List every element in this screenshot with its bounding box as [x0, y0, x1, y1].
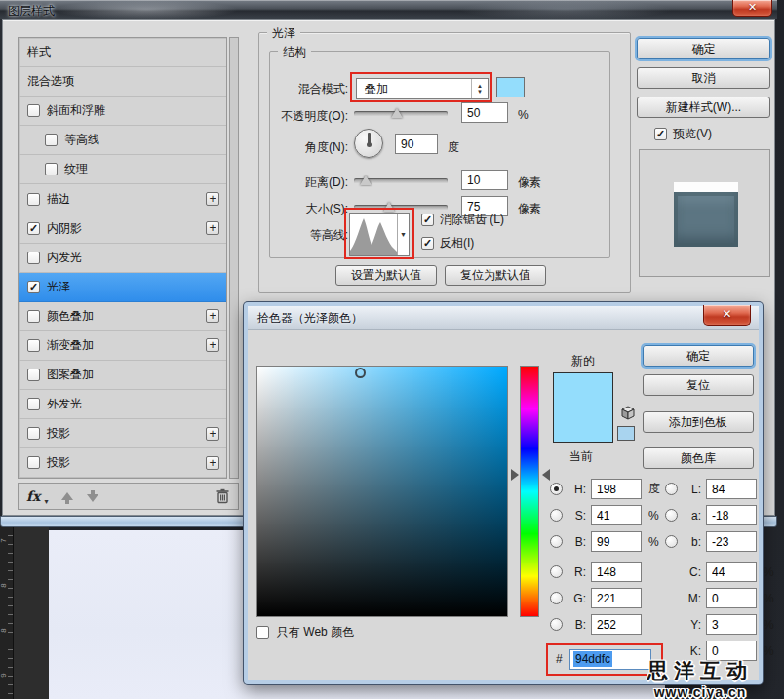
antialias-option[interactable]: ✓ 消除锯齿 (L)	[421, 212, 504, 228]
add-effect-plus-icon[interactable]: +	[206, 338, 219, 352]
angle-input[interactable]	[395, 134, 438, 154]
web-safe-cube-icon[interactable]	[620, 406, 636, 421]
move-effect-down-icon[interactable]	[87, 494, 98, 502]
add-to-swatches-button[interactable]: 添加到色板	[643, 411, 754, 433]
opacity-input[interactable]	[461, 102, 508, 123]
sidebar-item-5[interactable]: 描边+	[19, 184, 226, 214]
distance-slider[interactable]	[354, 178, 448, 183]
opacity-slider-thumb[interactable]	[391, 108, 403, 118]
field-input-b[interactable]	[591, 531, 642, 552]
effect-checkbox[interactable]	[27, 193, 40, 206]
field-input-b[interactable]	[706, 531, 757, 552]
satin-color-swatch[interactable]	[496, 77, 525, 97]
sidebar-item-7[interactable]: 内发光	[19, 244, 226, 273]
field-radio-l[interactable]	[665, 483, 678, 495]
delete-effect-icon[interactable]	[216, 488, 230, 504]
color-libraries-button[interactable]: 颜色库	[643, 447, 754, 469]
fx-icon[interactable]: fx	[26, 488, 40, 504]
field-radio-a[interactable]	[665, 509, 678, 522]
field-radio-b[interactable]	[550, 535, 563, 548]
sidebar-item-4[interactable]: 纹理	[19, 155, 226, 184]
invert-option[interactable]: ✓ 反相(I)	[421, 235, 474, 252]
effect-checkbox[interactable]	[27, 339, 40, 352]
preview-option[interactable]: ✓ 预览(V)	[654, 126, 712, 142]
hue-slider-arrow-left-icon[interactable]	[511, 469, 519, 481]
ok-button[interactable]: 确定	[637, 38, 770, 59]
effect-checkbox[interactable]	[27, 456, 40, 469]
saturation-brightness-field[interactable]	[256, 366, 508, 617]
chevron-down-icon[interactable]: ▼	[397, 214, 409, 255]
color-picker-titlebar[interactable]: 拾色器（光泽颜色）	[248, 306, 759, 330]
preview-checkbox[interactable]: ✓	[654, 128, 667, 140]
effect-checkbox[interactable]	[27, 369, 40, 381]
add-effect-plus-icon[interactable]: +	[206, 427, 219, 441]
angle-dial[interactable]	[354, 129, 383, 158]
field-input-a[interactable]	[706, 505, 757, 525]
hue-slider-arrow-right-icon[interactable]	[542, 469, 550, 481]
sidebar-item-0[interactable]: 样式	[19, 38, 226, 67]
close-icon[interactable]: ✕	[732, 0, 772, 17]
sidebar-item-9[interactable]: 颜色叠加+	[19, 302, 226, 331]
sidebar-item-1[interactable]: 混合选项	[19, 67, 226, 97]
layer-style-titlebar[interactable]: 图层样式	[0, 0, 777, 19]
effect-checkbox[interactable]	[27, 398, 40, 410]
field-radio-b[interactable]	[550, 618, 563, 631]
sidebar-scrollbar[interactable]	[229, 37, 239, 479]
hue-slider[interactable]	[520, 366, 539, 617]
field-radio-r[interactable]	[550, 565, 563, 578]
reset-default-button[interactable]: 复位为默认值	[445, 265, 546, 286]
effect-checkbox[interactable]	[27, 427, 40, 440]
field-input-m[interactable]	[706, 588, 757, 608]
distance-slider-thumb[interactable]	[360, 175, 372, 185]
add-effect-plus-icon[interactable]: +	[206, 192, 219, 206]
field-input-c[interactable]	[706, 562, 757, 582]
hex-input[interactable]: 94ddfc	[569, 649, 651, 670]
field-radio-h[interactable]	[550, 483, 563, 495]
effect-checkbox[interactable]	[45, 163, 58, 175]
cancel-button[interactable]: 取消	[637, 67, 770, 89]
new-style-button[interactable]: 新建样式(W)...	[637, 97, 770, 118]
web-colors-checkbox[interactable]	[256, 626, 269, 639]
field-radio-g[interactable]	[550, 592, 563, 604]
add-effect-plus-icon[interactable]: +	[206, 221, 219, 235]
field-input-l[interactable]	[706, 479, 757, 499]
web-safe-color-swatch[interactable]	[617, 426, 635, 441]
add-effect-plus-icon[interactable]: +	[206, 456, 219, 470]
opacity-slider[interactable]	[354, 111, 448, 116]
field-input-y[interactable]	[706, 614, 757, 635]
field-input-h[interactable]	[591, 479, 642, 499]
sidebar-item-12[interactable]: 外发光	[19, 390, 226, 419]
effect-checkbox[interactable]	[45, 134, 58, 146]
picker-ok-button[interactable]: 确定	[643, 345, 754, 367]
effect-checkbox[interactable]	[27, 104, 40, 117]
close-icon[interactable]: ✕	[703, 305, 751, 326]
sidebar-item-8[interactable]: ✓光泽	[19, 273, 226, 302]
effect-checkbox[interactable]: ✓	[27, 281, 40, 293]
effect-checkbox[interactable]	[27, 310, 40, 323]
sidebar-item-11[interactable]: 图案叠加	[19, 361, 226, 390]
field-radio-b[interactable]	[665, 535, 678, 548]
field-input-r[interactable]	[591, 562, 642, 582]
field-input-s[interactable]	[591, 505, 642, 525]
sidebar-item-6[interactable]: ✓内阴影+	[19, 214, 226, 244]
sidebar-item-10[interactable]: 渐变叠加+	[19, 331, 226, 361]
distance-input[interactable]	[461, 170, 508, 190]
invert-checkbox[interactable]: ✓	[421, 237, 434, 250]
field-radio-s[interactable]	[550, 509, 563, 522]
add-effect-plus-icon[interactable]: +	[206, 309, 219, 323]
color-field-marker[interactable]	[355, 368, 366, 378]
contour-picker[interactable]: ▼	[349, 213, 410, 256]
antialias-checkbox[interactable]: ✓	[421, 214, 434, 226]
sidebar-item-13[interactable]: 投影+	[19, 419, 226, 448]
field-input-b[interactable]	[591, 614, 642, 635]
effect-checkbox[interactable]	[27, 252, 40, 264]
blend-mode-select[interactable]: 叠加 ▲ ▼	[356, 78, 489, 99]
set-default-button[interactable]: 设置为默认值	[335, 265, 437, 286]
move-effect-up-icon[interactable]	[61, 492, 73, 500]
web-colors-option[interactable]: 只有 Web 颜色	[256, 624, 354, 641]
effect-checkbox[interactable]: ✓	[27, 222, 40, 235]
sidebar-item-2[interactable]: 斜面和浮雕	[19, 97, 226, 126]
sidebar-item-3[interactable]: 等高线	[19, 126, 226, 155]
field-input-g[interactable]	[591, 588, 642, 608]
picker-reset-button[interactable]: 复位	[643, 374, 754, 396]
